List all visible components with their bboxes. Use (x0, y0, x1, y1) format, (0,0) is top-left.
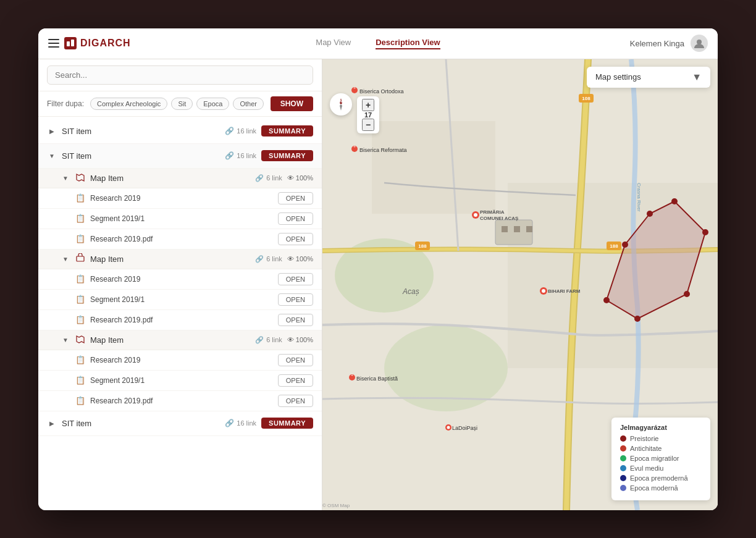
map-area: 188 188 108 Biserica Ortodoxa + Biserica… (322, 59, 718, 510)
header-right: Kelemen Kinga (584, 35, 708, 52)
svg-rect-18 (514, 226, 520, 232)
filter-chip-complex[interactable]: Complex Archeologic (90, 98, 167, 110)
app-window: DIGARCH Map View Description View Keleme… (38, 28, 718, 510)
link-icon-m2: 🔗 (255, 255, 264, 263)
open-btn-r2[interactable]: OPEN (278, 273, 313, 285)
map-link-count-2: 6 link (266, 255, 282, 263)
chevron-right-icon[interactable]: ▶ (47, 126, 57, 136)
svg-point-44 (684, 291, 690, 297)
legend-item-antichitate: Antichitate (620, 445, 702, 452)
link-count-1: 16 link (237, 127, 256, 135)
chevron-right-icon-3[interactable]: ▶ (47, 418, 57, 428)
sub-label-r2: Research 2019 (90, 275, 273, 284)
legend-label-antichitate: Antichitate (630, 445, 662, 452)
svg-text:Biserica Baptistă: Biserica Baptistă (356, 376, 398, 382)
sub-item-segment-1: 📋 Segment 2019/1 OPEN (38, 209, 322, 229)
tree-list: ▶ SIT item 🔗 16 link SUMMARY ▼ SIT item … (38, 117, 322, 510)
zoom-out-button[interactable]: − (362, 119, 374, 131)
tab-map-view[interactable]: Map View (316, 38, 351, 49)
filter-label: Filter dupa: (47, 99, 84, 108)
doc-icon-p2: 📋 (75, 315, 85, 324)
sub-label-p2: Research 2019.pdf (90, 316, 273, 324)
svg-rect-0 (67, 41, 70, 46)
sub-label-r1: Research 2019 (90, 194, 273, 203)
open-btn-p3[interactable]: OPEN (278, 395, 313, 407)
summary-button-2[interactable]: SUMMARY (261, 150, 313, 161)
filter-chip-sit[interactable]: Sit (171, 98, 193, 110)
sub-label-r3: Research 2019 (90, 356, 273, 364)
doc-icon-r1: 📋 (75, 193, 85, 203)
svg-rect-3 (77, 256, 84, 261)
open-btn-p1[interactable]: OPEN (278, 233, 313, 245)
tab-description-view[interactable]: Description View (376, 38, 440, 49)
search-bar (38, 59, 322, 91)
sub-item-segment-2: 📋 Segment 2019/1 OPEN (38, 290, 322, 310)
svg-point-45 (634, 316, 640, 322)
legend-label-epoca-premoderna: Epoca premodernă (630, 474, 688, 482)
sit-label-1: SIT item (62, 127, 220, 136)
zoom-controls: + 17 − (357, 96, 379, 133)
zoom-in-button[interactable]: + (362, 99, 374, 111)
svg-rect-6 (372, 121, 495, 214)
svg-text:Acaș: Acaș (402, 287, 419, 296)
svg-text:Biserica Ortodoxa: Biserica Ortodoxa (359, 88, 404, 95)
legend-label-evul-mediu: Evul mediu (630, 464, 663, 472)
app-name: DIGARCH (80, 38, 131, 49)
open-btn-s3[interactable]: OPEN (278, 374, 313, 387)
hamburger-menu[interactable] (48, 39, 59, 48)
map-icon-1 (75, 172, 85, 184)
legend-label-epoca-moderna: Epoca modernă (630, 484, 678, 492)
percent-badge-2: 👁 100% (287, 255, 313, 263)
summary-button-3[interactable]: SUMMARY (261, 418, 313, 429)
link-badge-1: 🔗 16 link (225, 127, 256, 135)
open-btn-s1[interactable]: OPEN (278, 212, 313, 225)
filter-chip-other[interactable]: Other (233, 98, 264, 110)
svg-point-46 (603, 297, 610, 303)
search-input[interactable] (47, 65, 313, 85)
legend-item-epoca-migratilor: Epoca migratilor (620, 455, 702, 462)
svg-text:PRIMĂRIA: PRIMĂRIA (480, 209, 505, 215)
map-link-badge-2: 🔗 6 link (255, 255, 282, 263)
chevron-down-icon-map2[interactable]: ▼ (61, 254, 70, 264)
sub-item-research-3: 📋 Research 2019 OPEN (38, 350, 322, 371)
svg-text:188: 188 (610, 243, 618, 249)
sub-label-s1: Segment 2019/1 (90, 214, 273, 223)
svg-text:108: 108 (582, 96, 590, 101)
svg-text:188: 188 (418, 243, 427, 249)
svg-text:LaDoiPași: LaDoiPași (452, 425, 477, 431)
sub-item-research-1: 📋 Research 2019 OPEN (38, 188, 322, 209)
sub-label-p1: Research 2019.pdf (90, 235, 273, 243)
doc-icon-r3: 📋 (75, 355, 85, 364)
map-link-badge-1: 🔗 6 link (255, 174, 282, 182)
svg-text:© OSM Map: © OSM Map (322, 503, 350, 508)
sit-label-3: SIT item (62, 419, 220, 428)
svg-point-47 (622, 242, 628, 248)
eye-icon-1: 👁 (287, 174, 294, 182)
link-count-3: 16 link (237, 419, 256, 427)
open-btn-s2[interactable]: OPEN (278, 293, 313, 306)
chevron-down-icon-map3[interactable]: ▼ (61, 335, 70, 345)
user-name: Kelemen Kinga (630, 39, 684, 48)
doc-icon-r2: 📋 (75, 274, 85, 284)
percent-badge-1: 👁 100% (287, 174, 313, 182)
show-button[interactable]: SHOW (271, 96, 313, 111)
link-badge-2: 🔗 16 link (225, 151, 256, 160)
map-legend: Jelmagyarázat Preistorie Antichitate Epo… (611, 418, 710, 500)
chevron-down-icon[interactable]: ▼ (47, 151, 57, 161)
filter-chip-epoca[interactable]: Epoca (196, 98, 229, 110)
open-btn-r1[interactable]: OPEN (278, 192, 313, 204)
map-settings-bar[interactable]: Map settings ▼ (587, 67, 710, 88)
open-btn-r3[interactable]: OPEN (278, 354, 313, 366)
app-logo: DIGARCH (64, 37, 131, 49)
svg-rect-17 (502, 226, 508, 232)
svg-point-29 (474, 213, 477, 217)
legend-dot-preistorie (620, 435, 626, 442)
summary-button-1[interactable]: SUMMARY (261, 125, 313, 137)
percent-value-2: 100% (296, 255, 313, 263)
logo-icon (64, 37, 77, 49)
svg-text:Biserica Reformata: Biserica Reformata (359, 147, 407, 153)
link-icon-2: 🔗 (225, 151, 234, 160)
map-item-row-1: ▼ Map Item 🔗 6 link 👁 100% (38, 169, 322, 188)
chevron-down-icon-map1[interactable]: ▼ (61, 173, 70, 183)
open-btn-p2[interactable]: OPEN (278, 314, 313, 326)
